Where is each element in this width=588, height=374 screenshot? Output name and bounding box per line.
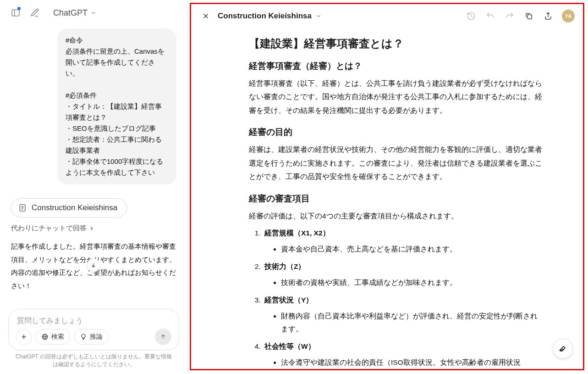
- doc-paragraph: 経審は、建設業者の経営状況や技術力、その他の経営能力を客観的に評価し、適切な業者…: [249, 143, 543, 183]
- pen-wave-icon: [558, 344, 567, 353]
- send-button[interactable]: [155, 329, 171, 345]
- canvas-document[interactable]: 【建設業】経営事項審査とは？ 経営事項審査（経審）とは？ 経営事項審査（以下、経…: [191, 28, 583, 369]
- canvas-reference-label: Construction Keieishinsa: [32, 203, 117, 212]
- chevron-down-icon: [315, 13, 322, 19]
- globe-icon: [41, 333, 49, 341]
- new-chat-button[interactable]: [27, 6, 42, 20]
- doc-ordered-list: 経営規模（X1, X2） 資本金や自己資本、売上高などを基に評価されます。 技術…: [249, 225, 543, 369]
- undo-button[interactable]: [483, 9, 498, 23]
- plus-icon: [20, 333, 27, 341]
- list-item: 経営規模（X1, X2） 資本金や自己資本、売上高などを基に評価されます。: [263, 225, 543, 256]
- share-button[interactable]: [541, 9, 555, 23]
- doc-heading-2: 経審の審査項目: [249, 193, 543, 205]
- composer: 検索 推論: [8, 309, 179, 350]
- canvas-reference-pill[interactable]: Construction Keieishinsa: [11, 198, 127, 218]
- list-item-title: 経営規模（X1, X2）: [264, 229, 330, 237]
- history-button[interactable]: [464, 9, 478, 23]
- copy-icon: [524, 11, 533, 21]
- reply-in-chat-label: 代わりにチャットで回答: [11, 224, 87, 233]
- search-tool-label: 検索: [51, 333, 64, 341]
- scroll-to-bottom-button[interactable]: [87, 258, 100, 272]
- canvas-title-dropdown[interactable]: Construction Keieishinsa: [218, 11, 322, 21]
- assistant-message: 記事を作成しました。経営事項審査の基本情報や審査項目、メリットなどを分かりやすく…: [11, 240, 176, 292]
- list-item-detail: 財務内容（自己資本比率や利益率など）が評価され、経営の安定性が判断されます。: [281, 310, 543, 336]
- list-item: 社会性等（W） 法令遵守や建設業の社会的責任（ISO取得状況、女性や高齢者の雇用…: [263, 339, 543, 369]
- reply-in-chat-link[interactable]: 代わりにチャットで回答: [11, 224, 176, 233]
- canvas-title-text: Construction Keieishinsa: [218, 11, 312, 21]
- chat-header: ChatGPT: [0, 0, 187, 26]
- canvas-header: Construction Keieishinsa YA: [191, 4, 583, 28]
- composer-area: 検索 推論 ChatGPT の回答は必ずしも正しいとは限りません。重要な情報は確…: [0, 309, 187, 374]
- reason-tool-button[interactable]: 推論: [74, 329, 109, 345]
- user-message: #命令 必須条件に留意の上、Canvasを開いて記事を作成してください。 #必須…: [57, 28, 176, 184]
- attach-button[interactable]: [16, 329, 32, 345]
- document-icon: [18, 203, 27, 212]
- doc-heading-1: 【建設業】経営事項審査とは？: [249, 36, 543, 51]
- reason-tool-label: 推論: [90, 333, 103, 341]
- svg-rect-15: [528, 15, 532, 19]
- chevron-down-icon: [90, 10, 97, 16]
- doc-paragraph: 経営事項審査（以下、経審）とは、公共工事を請け負う建設業者が必ず受けなければなら…: [249, 77, 543, 117]
- arrow-down-icon: [90, 262, 97, 268]
- chat-scroll-area: #命令 必須条件に留意の上、Canvasを開いて記事を作成してください。 #必須…: [0, 26, 187, 309]
- doc-paragraph: 経審の評価は、以下の4つの主要な審査項目から構成されます。: [249, 209, 543, 223]
- share-icon: [544, 11, 553, 21]
- disclaimer-text: ChatGPT の回答は必ずしも正しいとは限りません。重要な情報は確認するように…: [8, 350, 179, 370]
- chevron-right-icon: [88, 225, 95, 232]
- copy-button[interactable]: [522, 9, 536, 23]
- svg-rect-0: [12, 10, 19, 16]
- history-icon: [467, 11, 476, 21]
- list-item: 技術力（Z） 技術者の資格や実績、工事成績などが加味されます。: [263, 259, 543, 290]
- message-input[interactable]: [16, 315, 171, 329]
- redo-button[interactable]: [502, 9, 517, 23]
- list-item-title: 社会性等（W）: [264, 342, 315, 350]
- list-item-title: 技術力（Z）: [264, 262, 305, 270]
- avatar[interactable]: YA: [562, 10, 575, 22]
- doc-heading-2: 経営事項審査（経審）とは？: [249, 60, 543, 72]
- edit-fab-button[interactable]: [553, 339, 573, 359]
- search-tool-button[interactable]: 検索: [35, 329, 70, 345]
- model-name: ChatGPT: [53, 8, 88, 18]
- list-item-detail: 技術者の資格や実績、工事成績などが加味されます。: [281, 276, 543, 290]
- canvas-actions: YA: [464, 9, 575, 23]
- notification-dot-icon: [17, 7, 21, 10]
- list-item-detail: 法令遵守や建設業の社会的責任（ISO取得状況、女性や高齢者の雇用状況: [281, 356, 543, 369]
- list-item-detail: 資本金や自己資本、売上高などを基に評価されます。: [281, 243, 543, 256]
- doc-heading-2: 経審の目的: [249, 126, 543, 138]
- close-icon: [202, 12, 210, 20]
- model-selector[interactable]: ChatGPT: [49, 6, 100, 20]
- list-item-title: 経営状況（Y）: [264, 296, 313, 304]
- composer-toolbar: 検索 推論: [16, 329, 171, 345]
- chat-panel: ChatGPT #命令 必須条件に留意の上、Canvasを開いて記事を作成してく…: [0, 0, 188, 374]
- close-canvas-button[interactable]: [199, 10, 212, 22]
- redo-icon: [505, 11, 514, 21]
- canvas-panel: Construction Keieishinsa YA 【建設業】経営事項審査と…: [190, 3, 584, 370]
- undo-icon: [486, 11, 495, 21]
- sidebar-toggle-button[interactable]: [8, 6, 23, 20]
- bulb-icon: [80, 333, 87, 341]
- arrow-up-icon: [159, 333, 167, 341]
- list-item: 経営状況（Y） 財務内容（自己資本比率や利益率など）が評価され、経営の安定性が判…: [263, 292, 543, 336]
